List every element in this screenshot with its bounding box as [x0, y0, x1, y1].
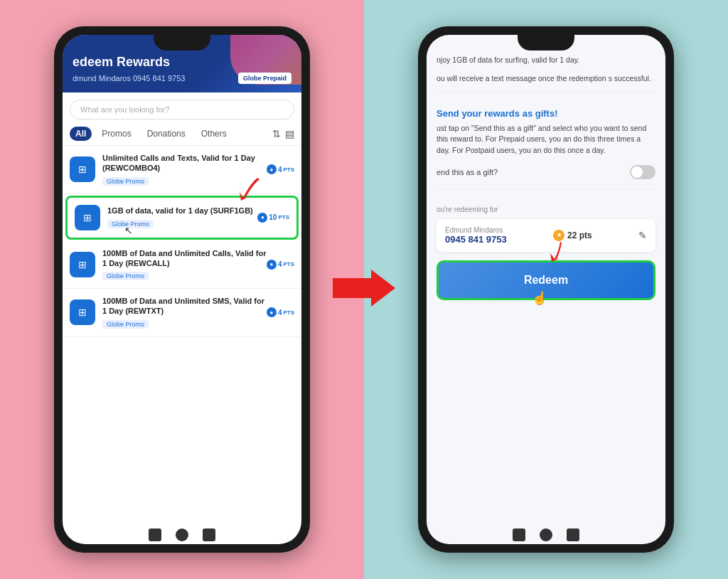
reward-title-1: Unlimited Calls and Texts, Valid for 1 D… — [102, 153, 267, 174]
reward-pts-1: ● 4 PTS — [267, 164, 294, 174]
phone-bottom — [149, 528, 215, 541]
tab-all[interactable]: All — [70, 127, 92, 141]
right-phone-bottom — [513, 528, 579, 541]
send-gift-body: ust tap on "Send this as a gift" and sel… — [437, 123, 655, 156]
search-bar[interactable]: What are you looking for? — [70, 100, 294, 119]
pts-label-3: PTS — [283, 261, 294, 267]
left-phone: edeem Rewards dmund Mindaros 0945 841 97… — [54, 26, 310, 553]
prepaid-badge: Globe Prepaid — [238, 73, 291, 84]
pts-label-4: PTS — [283, 309, 294, 316]
annotation-arrow — [225, 176, 268, 205]
reward-icon-3: ⊞ — [70, 252, 95, 277]
divider-2 — [437, 189, 655, 190]
pts-icon-1: ● — [267, 164, 277, 174]
left-screen: edeem Rewards dmund Mindaros 0945 841 97… — [63, 35, 301, 544]
reward-pts-3: ● 4 PTS — [267, 260, 294, 270]
reward-item-3[interactable]: ⊞ 100MB of Data and Unlimited Calls, Val… — [63, 241, 301, 290]
send-gift-title: Send your rewards as gifts! — [437, 108, 655, 119]
user-row: dmund Mindaros 0945 841 9753 Globe Prepa… — [73, 73, 291, 84]
transition-arrow — [333, 268, 395, 311]
user-name: dmund Mindaros 0945 841 9753 — [73, 74, 185, 83]
filter-icon[interactable]: ▤ — [285, 128, 294, 139]
tab-promos[interactable]: Promos — [96, 127, 136, 141]
user-card-name: Edmund Mindaros — [445, 226, 507, 234]
toggle-knob — [631, 166, 643, 178]
left-panel: edeem Rewards dmund Mindaros 0945 841 97… — [0, 0, 364, 579]
sort-icon[interactable]: ⇅ — [272, 128, 281, 139]
pts-label-1: PTS — [283, 166, 294, 173]
cursor-hand-icon: ☝ — [532, 290, 547, 306]
phone-notch — [154, 35, 210, 51]
pts-value-3: 4 — [278, 260, 282, 268]
right-home-btn — [540, 528, 552, 541]
pts-value-4: 4 — [278, 309, 282, 317]
redeem-annotation-arrow — [539, 240, 582, 263]
grid-icon-3: ⊞ — [78, 259, 87, 270]
filter-tabs: All Promos Donations Others ⇅ ▤ — [63, 124, 301, 146]
pts-icon-4: ● — [267, 307, 277, 317]
edit-icon[interactable]: ✎ — [638, 230, 647, 241]
back-btn — [149, 528, 161, 541]
pts-value-2: 10 — [269, 213, 277, 221]
left-phone-screen: edeem Rewards dmund Mindaros 0945 841 97… — [63, 35, 301, 544]
pts-icon-3: ● — [267, 260, 277, 270]
reward-icon-4: ⊞ — [70, 299, 95, 325]
user-card-info: Edmund Mindaros 0945 841 9753 — [445, 226, 507, 245]
send-gift-toggle[interactable] — [630, 165, 655, 179]
right-phone: njoy 1GB of data for surfing, valid for … — [418, 26, 674, 553]
reward-info-4: 100MB of Data and Unlimited SMS, Valid f… — [102, 296, 267, 329]
pts-icon-2: ● — [257, 213, 267, 223]
svg-marker-0 — [333, 270, 395, 307]
right-screen-content: njoy 1GB of data for surfing, valid for … — [427, 35, 665, 544]
redeem-btn-container: Redeem ☝ — [437, 260, 655, 300]
right-recents-btn — [567, 528, 579, 541]
grid-icon-2: ⊞ — [83, 212, 92, 223]
right-screen: njoy 1GB of data for surfing, valid for … — [427, 35, 665, 544]
reward-tag-4: Globe Promo — [102, 320, 149, 329]
cursor-pointer: ↖ — [124, 225, 133, 236]
reward-tag-1: Globe Promo — [102, 177, 149, 186]
reward-info-3: 100MB of Data and Unlimited Calls, Valid… — [102, 248, 267, 282]
reward-tag-3: Globe Promo — [102, 272, 149, 280]
send-gift-row: end this as a gift? — [437, 165, 655, 179]
reward-title-2: 1GB of data, valid for 1 day (SURF1GB) — [107, 206, 257, 216]
redeeming-label: ou're redeeming for — [437, 206, 655, 213]
tab-others[interactable]: Others — [196, 127, 232, 141]
pts-value-1: 4 — [278, 166, 282, 174]
home-btn — [176, 528, 188, 541]
tab-sort-icons: ⇅ ▤ — [272, 128, 294, 139]
reward-pts-4: ● 4 PTS — [267, 307, 294, 317]
info-text-1: njoy 1GB of data for surfing, valid for … — [437, 55, 655, 66]
reward-item-4[interactable]: ⊞ 100MB of Data and Unlimited SMS, Valid… — [63, 289, 301, 337]
reward-item-2[interactable]: ⊞ 1GB of data, valid for 1 day (SURF1GB)… — [65, 196, 299, 240]
recents-btn — [203, 528, 215, 541]
right-phone-notch — [518, 35, 574, 51]
tab-donations[interactable]: Donations — [141, 127, 191, 141]
app-title: edeem Rewards — [73, 55, 291, 70]
reward-icon-2: ⊞ — [75, 205, 100, 230]
user-card-number: 0945 841 9753 — [445, 234, 507, 245]
rewards-list: ⊞ Unlimited Calls and Texts, Valid for 1… — [63, 146, 301, 544]
info-text-2: ou will receive a text message once the … — [437, 73, 655, 85]
send-gift-label: end this as a gift? — [437, 168, 498, 176]
grid-icon-4: ⊞ — [78, 307, 87, 318]
reward-icon-1: ⊞ — [70, 156, 95, 182]
divider-1 — [437, 92, 655, 92]
user-pts-value: 22 pts — [567, 230, 592, 240]
reward-pts-2: ● 10 PTS — [257, 213, 289, 223]
reward-title-3: 100MB of Data and Unlimited Calls, Valid… — [102, 248, 267, 269]
right-back-btn — [513, 528, 525, 541]
right-panel: njoy 1GB of data for surfing, valid for … — [364, 0, 728, 579]
pts-label-2: PTS — [278, 214, 289, 221]
user-card-pts: ★ 22 pts — [553, 230, 592, 241]
right-phone-screen: njoy 1GB of data for surfing, valid for … — [427, 35, 665, 544]
pts-coin-icon: ★ — [553, 230, 564, 241]
grid-icon: ⊞ — [78, 164, 87, 175]
reward-title-4: 100MB of Data and Unlimited SMS, Valid f… — [102, 296, 267, 317]
